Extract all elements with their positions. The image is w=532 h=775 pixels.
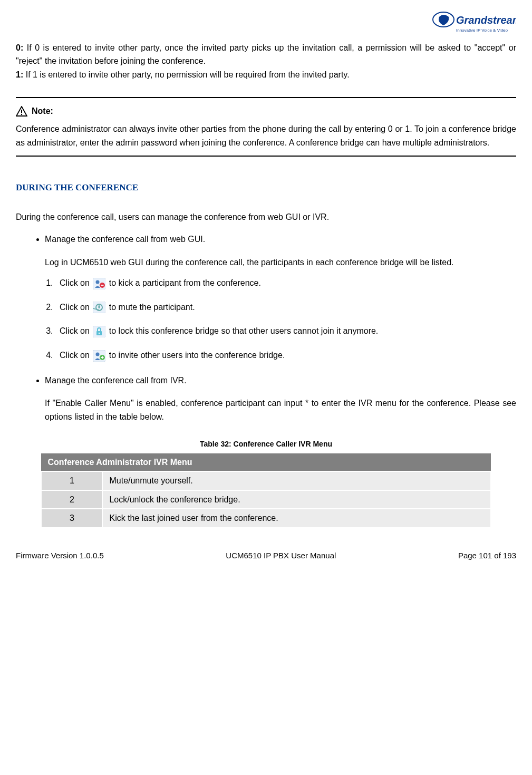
page-footer: Firmware Version 1.0.0.5 UCM6510 IP PBX … bbox=[16, 549, 516, 562]
bullet-web-gui: Manage the conference call from web GUI.… bbox=[45, 232, 516, 362]
zero-label: 0: bbox=[16, 43, 23, 52]
bullet-web-title: Manage the conference call from web GUI. bbox=[45, 235, 205, 244]
brand-logo: Grandstream Innovative IP Voice & Video bbox=[432, 11, 516, 41]
zero-text: If 0 is entered to invite other party, o… bbox=[16, 43, 516, 66]
note-text: Conference administrator can always invi… bbox=[16, 122, 516, 149]
bullet-ivr: Manage the conference call from IVR. If … bbox=[45, 374, 516, 424]
footer-firmware: Firmware Version 1.0.0.5 bbox=[16, 549, 104, 562]
bullet-web-desc: Log in UCM6510 web GUI during the confer… bbox=[45, 256, 516, 269]
step-invite: Click on to invite other users into the … bbox=[55, 348, 516, 362]
footer-page: Page 101 of 193 bbox=[458, 549, 516, 562]
lock-bridge-icon bbox=[93, 326, 105, 337]
warning-icon bbox=[16, 106, 27, 117]
ivr-menu-table: Conference Administrator IVR Menu 1 Mute… bbox=[41, 453, 491, 528]
svg-point-14 bbox=[99, 333, 100, 334]
table-caption: Table 32: Conference Caller IVR Menu bbox=[16, 438, 516, 450]
note-label: Note: bbox=[32, 104, 53, 118]
svg-point-3 bbox=[21, 114, 22, 115]
intro-paragraph: 0: If 0 is entered to invite other party… bbox=[16, 41, 516, 82]
note-box: Note: Conference administrator can alway… bbox=[16, 97, 516, 157]
ivr-desc: Lock/unlock the conference bridge. bbox=[102, 490, 490, 509]
bullet-ivr-desc: If "Enable Caller Menu" is enabled, conf… bbox=[45, 396, 516, 423]
invite-user-icon bbox=[93, 350, 105, 362]
table-row: 1 Mute/unmute yourself. bbox=[41, 471, 490, 490]
ivr-key: 3 bbox=[41, 509, 102, 528]
logo-tagline-text: Innovative IP Voice & Video bbox=[456, 28, 508, 33]
mute-participant-icon bbox=[93, 302, 105, 313]
kick-participant-icon bbox=[93, 278, 105, 289]
svg-rect-10 bbox=[99, 305, 100, 308]
ivr-desc: Mute/unmute yourself. bbox=[102, 471, 490, 490]
svg-point-5 bbox=[96, 280, 100, 284]
step-kick: Click on to kick a participant from the … bbox=[55, 276, 516, 290]
ivr-desc: Kick the last joined user from the confe… bbox=[102, 509, 490, 528]
table-row: 3 Kick the last joined user from the con… bbox=[41, 509, 490, 528]
step-lock: Click on to lock this conference bridge … bbox=[55, 324, 516, 338]
step-mute: Click on to mute the participant. bbox=[55, 301, 516, 314]
section-heading: DURING THE CONFERENCE bbox=[16, 180, 516, 195]
ivr-key: 2 bbox=[41, 490, 102, 509]
one-label: 1: bbox=[16, 70, 23, 79]
footer-title: UCM6510 IP PBX User Manual bbox=[226, 549, 336, 562]
section-intro: During the conference call, users can ma… bbox=[16, 210, 516, 224]
table-header: Conference Administrator IVR Menu bbox=[41, 453, 490, 472]
logo-brand-text: Grandstream bbox=[456, 14, 516, 26]
ivr-key: 1 bbox=[41, 471, 102, 490]
table-row: 2 Lock/unlock the conference bridge. bbox=[41, 490, 490, 509]
one-text: If 1 is entered to invite other party, n… bbox=[23, 70, 349, 79]
svg-point-16 bbox=[96, 352, 100, 356]
bullet-ivr-title: Manage the conference call from IVR. bbox=[45, 376, 187, 385]
